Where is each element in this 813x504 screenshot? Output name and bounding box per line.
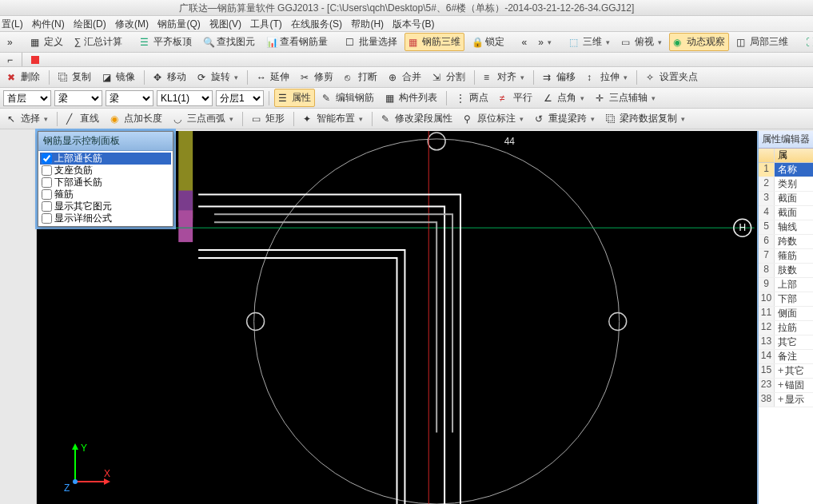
property-row[interactable]: 23+锚固 <box>759 379 813 393</box>
parallel-button[interactable]: ≠平行 <box>496 89 536 107</box>
property-row[interactable]: 4截面 <box>759 206 813 220</box>
property-row[interactable]: 13其它 <box>759 335 813 350</box>
stretch-button[interactable]: ↕拉伸 <box>583 68 632 86</box>
delete-button[interactable]: ✖删除 <box>3 68 44 86</box>
property-row[interactable]: 8肢数 <box>759 264 813 278</box>
property-row[interactable]: 14备注 <box>759 350 813 364</box>
merge-button[interactable]: ⊕合并 <box>385 68 425 86</box>
panel-checkbox-item[interactable]: 箍筋 <box>40 189 171 200</box>
point-length-button[interactable]: ◉点加长度 <box>106 109 166 128</box>
property-row[interactable]: 3截面 <box>759 192 813 206</box>
line-tool-button[interactable]: ╱直线 <box>62 109 103 128</box>
fullscreen-button[interactable]: ⛶全屏 <box>802 33 813 51</box>
menu-item[interactable]: 在线服务(S) <box>291 18 342 30</box>
property-row[interactable]: 9上部 <box>759 278 813 292</box>
dynamic-view-button[interactable]: ◉动态观察 <box>669 33 729 51</box>
find-element-button[interactable]: 🔍查找图元 <box>199 33 259 51</box>
top-view-button[interactable]: ▭俯视 <box>617 33 666 51</box>
layer-select[interactable]: 分层1 <box>216 90 264 106</box>
partial-3d-button[interactable]: ◫局部三维 <box>732 33 792 51</box>
lock-button[interactable]: 🔒锁定 <box>468 33 508 51</box>
menu-item[interactable]: 构件(N) <box>32 18 65 30</box>
property-row[interactable]: 10下部 <box>759 292 813 307</box>
menu-item[interactable]: 视图(V) <box>209 18 241 30</box>
select-tool-button[interactable]: ↖选择 <box>3 109 52 128</box>
define-button[interactable]: ▦定义 <box>26 33 67 51</box>
two-point-button[interactable]: ⋮两点 <box>452 89 492 107</box>
corner-toggle[interactable]: ⌐ <box>3 53 17 67</box>
member-select[interactable]: KL1(1) <box>157 90 213 106</box>
property-row[interactable]: 7箍筋 <box>759 249 813 264</box>
property-row-label: 肢数 <box>775 264 813 277</box>
steel-display-panel[interactable]: 钢筋显示控制面板 上部通长筋支座负筋下部通长筋箍筋显示其它图元显示详细公式 <box>38 131 173 227</box>
set-grip-button[interactable]: ✧设置夹点 <box>642 68 702 86</box>
panel-checkbox-item[interactable]: 显示其它图元 <box>40 200 171 212</box>
panel-checkbox-item[interactable]: 支座负筋 <box>40 165 171 177</box>
type-select[interactable]: 梁 <box>106 90 153 106</box>
property-row[interactable]: 2类别 <box>759 177 813 192</box>
attributes-button[interactable]: ☰属性 <box>274 89 315 107</box>
property-row[interactable]: 38+显示 <box>759 393 813 407</box>
category-select[interactable]: 梁 <box>54 90 102 106</box>
menu-item[interactable]: 帮助(H) <box>351 18 384 30</box>
cursor-icon: ↖ <box>7 113 18 125</box>
checkbox[interactable] <box>42 153 52 164</box>
edit-steel-button[interactable]: ✎编辑钢筋 <box>318 89 378 107</box>
sum-button[interactable]: ∑ 汇总计算 <box>70 33 126 51</box>
three-aux-button[interactable]: ✛三点辅轴 <box>592 89 660 107</box>
property-row[interactable]: 6跨数 <box>759 235 813 249</box>
nav-fwd-button[interactable]: » <box>534 34 556 50</box>
floor-select[interactable]: 首层 <box>3 90 51 106</box>
copy-span-button[interactable]: ⿻梁跨数据复制 <box>602 109 689 128</box>
edit-span-attr-button[interactable]: ✎修改梁段属性 <box>377 109 456 128</box>
nav-back-button[interactable]: « <box>518 34 532 50</box>
reloc-span-button[interactable]: ↺重提梁跨 <box>531 109 599 128</box>
property-row[interactable]: 15+其它 <box>759 364 813 379</box>
cube-icon: ▦ <box>408 37 420 48</box>
extend-button[interactable]: ↔延伸 <box>253 68 293 86</box>
move-button[interactable]: ✥移动 <box>149 68 190 86</box>
panel-checkbox-item[interactable]: 上部通长筋 <box>40 153 171 165</box>
checkbox[interactable] <box>42 213 52 224</box>
property-row[interactable]: 5轴线 <box>759 220 813 235</box>
view-3d-button[interactable]: ⬚三维 <box>565 33 614 51</box>
panel-checkbox-item[interactable]: 下部通长筋 <box>40 177 171 189</box>
color-indicator[interactable] <box>27 54 43 66</box>
property-row[interactable]: 11侧面 <box>759 307 813 321</box>
steel-3d-button[interactable]: ▦钢筋三维 <box>405 33 464 51</box>
menu-item[interactable]: 绘图(D) <box>74 18 106 30</box>
menu-item[interactable]: 置(L) <box>2 18 23 30</box>
batch-select-button[interactable]: ☐批量选择 <box>341 33 401 51</box>
orig-mark-button[interactable]: ⚲原位标注 <box>460 109 528 128</box>
expand-handle[interactable]: » <box>3 34 17 50</box>
three-arc-button[interactable]: ◡三点画弧 <box>169 109 237 128</box>
view-steel-button[interactable]: 📊查看钢筋量 <box>262 33 332 51</box>
menu-item[interactable]: 工具(T) <box>250 18 281 30</box>
offset-button[interactable]: ⇉偏移 <box>539 68 580 86</box>
split-icon: ⇲ <box>432 72 444 83</box>
copy-button[interactable]: ⿻复制 <box>54 68 95 86</box>
split-button[interactable]: ⇲分割 <box>428 68 469 86</box>
checkbox[interactable] <box>42 177 52 188</box>
point-angle-button[interactable]: ∠点角 <box>540 89 588 107</box>
rect-tool-button[interactable]: ▭矩形 <box>248 109 289 128</box>
rotate-button[interactable]: ⟳旋转 <box>193 68 242 86</box>
break-button[interactable]: ⎋打断 <box>341 68 381 86</box>
mirror-button[interactable]: ◪镜像 <box>98 68 139 86</box>
trim-button[interactable]: ✂修剪 <box>297 68 337 86</box>
checkbox[interactable] <box>42 165 52 176</box>
menu-item[interactable]: 钢筋量(Q) <box>157 18 200 30</box>
checkbox[interactable] <box>42 189 52 200</box>
align-button[interactable]: ≡对齐 <box>480 68 528 86</box>
flat-top-button[interactable]: ☰平齐板顶 <box>136 33 196 51</box>
property-row[interactable]: 1名称 <box>759 163 813 177</box>
property-row-label: 截面 <box>775 206 813 220</box>
reloc-icon: ↺ <box>535 113 546 125</box>
property-row[interactable]: 12拉筋 <box>759 321 813 335</box>
menu-item[interactable]: 修改(M) <box>115 18 149 30</box>
panel-checkbox-item[interactable]: 显示详细公式 <box>40 212 171 224</box>
checkbox[interactable] <box>42 201 52 212</box>
smart-place-button[interactable]: ✦智能布置 <box>299 109 367 128</box>
member-list-button[interactable]: ▦构件列表 <box>381 89 441 107</box>
menu-item[interactable]: 版本号(B) <box>393 18 434 30</box>
